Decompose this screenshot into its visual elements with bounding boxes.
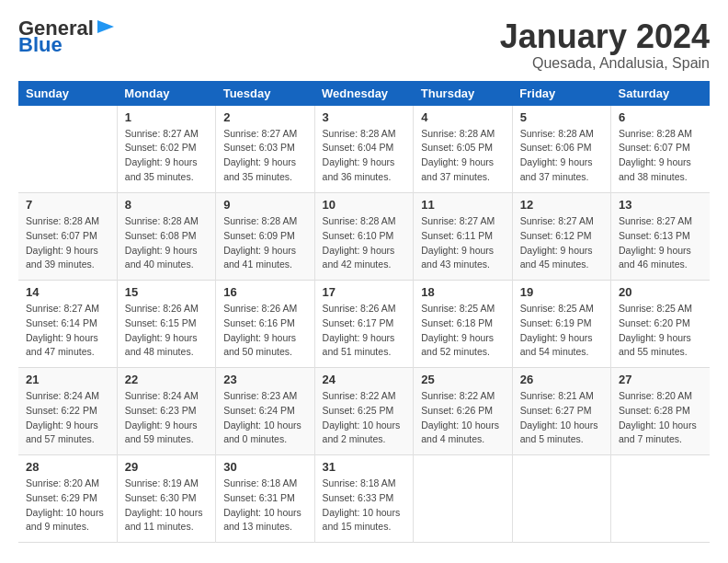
calendar-cell: 28Sunrise: 8:20 AMSunset: 6:29 PMDayligh… — [18, 455, 117, 543]
day-info: Sunrise: 8:28 AMSunset: 6:08 PMDaylight:… — [125, 214, 208, 272]
calendar-cell: 13Sunrise: 8:27 AMSunset: 6:13 PMDayligh… — [611, 193, 710, 281]
day-info: Sunrise: 8:27 AMSunset: 6:14 PMDaylight:… — [26, 302, 109, 360]
day-number: 18 — [421, 285, 505, 299]
day-number: 27 — [619, 373, 702, 386]
day-info: Sunrise: 8:25 AMSunset: 6:20 PMDaylight:… — [619, 302, 702, 360]
calendar-cell: 18Sunrise: 8:25 AMSunset: 6:18 PMDayligh… — [414, 281, 513, 368]
calendar-cell — [611, 455, 710, 543]
day-info: Sunrise: 8:22 AMSunset: 6:25 PMDaylight:… — [323, 389, 406, 447]
day-info: Sunrise: 8:28 AMSunset: 6:07 PMDaylight:… — [26, 214, 109, 272]
day-number: 23 — [223, 373, 306, 386]
calendar-cell — [512, 455, 610, 543]
day-number: 28 — [26, 460, 109, 474]
calendar-cell: 31Sunrise: 8:18 AMSunset: 6:33 PMDayligh… — [314, 455, 414, 543]
day-number: 7 — [26, 198, 109, 212]
day-number: 29 — [125, 460, 208, 474]
calendar-cell: 1Sunrise: 8:27 AMSunset: 6:02 PMDaylight… — [117, 106, 215, 193]
day-number: 10 — [323, 198, 406, 212]
day-number: 30 — [223, 460, 306, 474]
day-info: Sunrise: 8:22 AMSunset: 6:26 PMDaylight:… — [421, 389, 505, 447]
calendar-cell: 22Sunrise: 8:24 AMSunset: 6:23 PMDayligh… — [117, 368, 215, 455]
day-number: 11 — [421, 198, 505, 212]
header-row: SundayMondayTuesdayWednesdayThursdayFrid… — [18, 81, 710, 106]
calendar-cell: 24Sunrise: 8:22 AMSunset: 6:25 PMDayligh… — [314, 368, 414, 455]
day-info: Sunrise: 8:25 AMSunset: 6:19 PMDaylight:… — [520, 302, 603, 360]
header-day: Friday — [512, 81, 610, 106]
header-day: Sunday — [18, 81, 117, 106]
week-row: 14Sunrise: 8:27 AMSunset: 6:14 PMDayligh… — [18, 281, 710, 368]
calendar-cell: 7Sunrise: 8:28 AMSunset: 6:07 PMDaylight… — [18, 193, 117, 281]
calendar-cell: 26Sunrise: 8:21 AMSunset: 6:27 PMDayligh… — [512, 368, 610, 455]
day-number: 13 — [619, 198, 702, 212]
calendar-cell: 14Sunrise: 8:27 AMSunset: 6:14 PMDayligh… — [18, 281, 117, 368]
day-info: Sunrise: 8:25 AMSunset: 6:18 PMDaylight:… — [421, 302, 505, 360]
day-info: Sunrise: 8:28 AMSunset: 6:10 PMDaylight:… — [323, 214, 406, 272]
header-day: Tuesday — [216, 81, 314, 106]
calendar-cell: 12Sunrise: 8:27 AMSunset: 6:12 PMDayligh… — [512, 193, 610, 281]
day-info: Sunrise: 8:23 AMSunset: 6:24 PMDaylight:… — [223, 389, 306, 447]
logo-blue: Blue — [18, 35, 63, 55]
day-number: 19 — [520, 285, 603, 299]
day-info: Sunrise: 8:28 AMSunset: 6:05 PMDaylight:… — [421, 127, 505, 185]
day-number: 1 — [125, 110, 208, 124]
day-info: Sunrise: 8:21 AMSunset: 6:27 PMDaylight:… — [520, 389, 603, 447]
calendar-cell: 6Sunrise: 8:28 AMSunset: 6:07 PMDaylight… — [611, 106, 710, 193]
header-day: Saturday — [611, 81, 710, 106]
day-number: 2 — [223, 110, 306, 124]
calendar-cell: 30Sunrise: 8:18 AMSunset: 6:31 PMDayligh… — [216, 455, 314, 543]
calendar-body: 1Sunrise: 8:27 AMSunset: 6:02 PMDaylight… — [18, 106, 710, 543]
calendar-cell: 16Sunrise: 8:26 AMSunset: 6:16 PMDayligh… — [216, 281, 314, 368]
calendar-cell: 20Sunrise: 8:25 AMSunset: 6:20 PMDayligh… — [611, 281, 710, 368]
day-info: Sunrise: 8:26 AMSunset: 6:16 PMDaylight:… — [223, 302, 306, 360]
calendar-table: SundayMondayTuesdayWednesdayThursdayFrid… — [18, 81, 710, 544]
day-number: 6 — [619, 110, 702, 124]
day-info: Sunrise: 8:27 AMSunset: 6:02 PMDaylight:… — [125, 127, 208, 185]
day-number: 9 — [223, 198, 306, 212]
day-info: Sunrise: 8:20 AMSunset: 6:29 PMDaylight:… — [26, 477, 109, 534]
day-number: 14 — [26, 285, 109, 299]
day-info: Sunrise: 8:26 AMSunset: 6:15 PMDaylight:… — [125, 302, 208, 360]
day-number: 15 — [125, 285, 208, 299]
day-number: 21 — [26, 373, 109, 386]
calendar-cell: 17Sunrise: 8:26 AMSunset: 6:17 PMDayligh… — [314, 281, 414, 368]
day-number: 25 — [421, 373, 505, 386]
calendar-cell: 25Sunrise: 8:22 AMSunset: 6:26 PMDayligh… — [414, 368, 513, 455]
logo: General Blue — [18, 18, 116, 55]
calendar-cell: 8Sunrise: 8:28 AMSunset: 6:08 PMDaylight… — [117, 193, 215, 281]
day-info: Sunrise: 8:28 AMSunset: 6:09 PMDaylight:… — [223, 214, 306, 272]
calendar-cell: 4Sunrise: 8:28 AMSunset: 6:05 PMDaylight… — [414, 106, 513, 193]
day-info: Sunrise: 8:26 AMSunset: 6:17 PMDaylight:… — [323, 302, 406, 360]
calendar-cell: 29Sunrise: 8:19 AMSunset: 6:30 PMDayligh… — [117, 455, 215, 543]
title-block: January 2024 Quesada, Andalusia, Spain — [500, 18, 710, 72]
calendar-cell: 11Sunrise: 8:27 AMSunset: 6:11 PMDayligh… — [414, 193, 513, 281]
day-number: 26 — [520, 373, 603, 386]
day-info: Sunrise: 8:27 AMSunset: 6:03 PMDaylight:… — [223, 127, 306, 185]
calendar-cell — [18, 106, 117, 193]
calendar-cell: 5Sunrise: 8:28 AMSunset: 6:06 PMDaylight… — [512, 106, 610, 193]
calendar-cell — [414, 455, 513, 543]
calendar-cell: 10Sunrise: 8:28 AMSunset: 6:10 PMDayligh… — [314, 193, 414, 281]
page-header: General Blue January 2024 Quesada, Andal… — [18, 18, 710, 72]
day-info: Sunrise: 8:28 AMSunset: 6:07 PMDaylight:… — [619, 127, 702, 185]
calendar-cell: 2Sunrise: 8:27 AMSunset: 6:03 PMDaylight… — [216, 106, 314, 193]
calendar-cell: 15Sunrise: 8:26 AMSunset: 6:15 PMDayligh… — [117, 281, 215, 368]
day-number: 31 — [323, 460, 406, 474]
day-info: Sunrise: 8:24 AMSunset: 6:22 PMDaylight:… — [26, 389, 109, 447]
logo-arrow-icon — [96, 17, 116, 37]
svg-marker-0 — [97, 20, 114, 33]
day-number: 20 — [619, 285, 702, 299]
header-day: Thursday — [414, 81, 513, 106]
week-row: 1Sunrise: 8:27 AMSunset: 6:02 PMDaylight… — [18, 106, 710, 193]
calendar-cell: 23Sunrise: 8:23 AMSunset: 6:24 PMDayligh… — [216, 368, 314, 455]
calendar-cell: 3Sunrise: 8:28 AMSunset: 6:04 PMDaylight… — [314, 106, 414, 193]
header-day: Wednesday — [314, 81, 414, 106]
calendar-cell: 21Sunrise: 8:24 AMSunset: 6:22 PMDayligh… — [18, 368, 117, 455]
calendar-cell: 27Sunrise: 8:20 AMSunset: 6:28 PMDayligh… — [611, 368, 710, 455]
page-subtitle: Quesada, Andalusia, Spain — [500, 55, 710, 72]
day-number: 12 — [520, 198, 603, 212]
day-number: 17 — [323, 285, 406, 299]
day-info: Sunrise: 8:19 AMSunset: 6:30 PMDaylight:… — [125, 477, 208, 534]
day-info: Sunrise: 8:24 AMSunset: 6:23 PMDaylight:… — [125, 389, 208, 447]
week-row: 7Sunrise: 8:28 AMSunset: 6:07 PMDaylight… — [18, 193, 710, 281]
day-number: 16 — [223, 285, 306, 299]
